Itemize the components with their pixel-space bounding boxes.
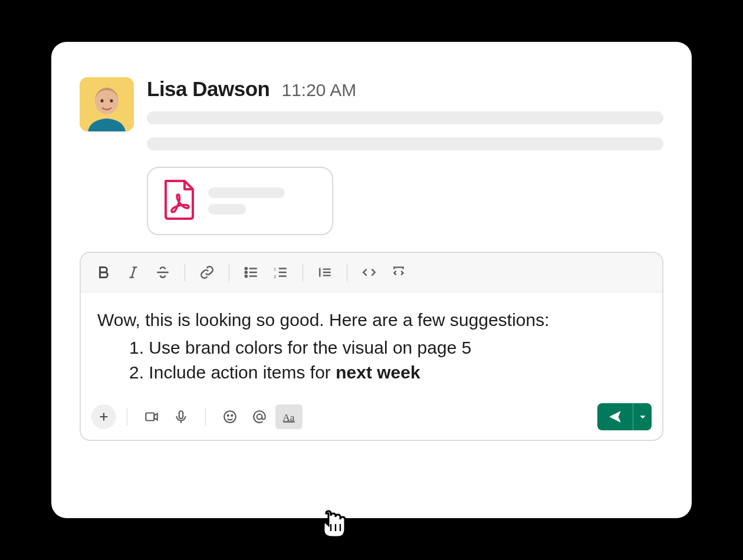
svg-text:2: 2: [274, 274, 276, 279]
svg-rect-25: [146, 413, 154, 420]
svg-text:Aa: Aa: [282, 411, 295, 423]
message-composer: 12 Wow, this is looking so good. Here ar…: [80, 252, 663, 441]
message-card: Lisa Dawson 11:20 AM: [51, 42, 692, 518]
svg-line-6: [131, 267, 134, 277]
sender-name[interactable]: Lisa Dawson: [147, 77, 269, 101]
svg-point-9: [245, 271, 247, 273]
composer-textarea[interactable]: Wow, this is looking so good. Here are a…: [81, 292, 662, 397]
send-options-button[interactable]: [633, 403, 652, 430]
toolbar-separator: [205, 408, 206, 426]
emoji-button[interactable]: [216, 404, 244, 429]
format-toggle-button[interactable]: Aa: [275, 404, 303, 429]
svg-point-32: [257, 414, 262, 419]
svg-text:1: 1: [274, 266, 276, 272]
toolbar-separator: [303, 263, 303, 281]
code-block-button[interactable]: [385, 260, 412, 285]
svg-marker-26: [154, 413, 157, 420]
formatting-toolbar: 12: [81, 253, 662, 292]
attachment-meta: [208, 187, 285, 215]
svg-point-2: [101, 99, 104, 103]
svg-point-10: [245, 275, 247, 277]
svg-rect-27: [179, 411, 183, 419]
send-button[interactable]: [597, 403, 633, 430]
composer-action-bar: Aa: [81, 397, 662, 440]
toolbar-separator: [185, 263, 185, 281]
message-timestamp[interactable]: 11:20 AM: [281, 80, 356, 100]
message-header: Lisa Dawson 11:20 AM: [147, 77, 663, 101]
composer-line: Wow, this is looking so good. Here are a…: [97, 308, 646, 333]
ordered-list-button[interactable]: 12: [267, 260, 294, 285]
attach-button[interactable]: [91, 404, 116, 429]
toolbar-separator: [127, 408, 127, 426]
strikethrough-button[interactable]: [149, 260, 176, 285]
italic-button[interactable]: [120, 260, 147, 285]
svg-point-29: [224, 411, 236, 423]
message-row: Lisa Dawson 11:20 AM: [80, 77, 663, 235]
toolbar-separator: [347, 263, 347, 281]
composer-list-item: Include action items for next week: [126, 360, 646, 386]
toolbar-separator: [229, 263, 229, 281]
pdf-file-icon: [161, 179, 196, 223]
file-attachment[interactable]: [147, 167, 333, 235]
blockquote-button[interactable]: [311, 260, 338, 285]
message-text-placeholder: [147, 111, 663, 124]
bold-button[interactable]: [90, 260, 117, 285]
avatar[interactable]: [80, 77, 134, 131]
message-text-placeholder: [147, 137, 663, 150]
message-body: Lisa Dawson 11:20 AM: [147, 77, 663, 235]
audio-clip-button[interactable]: [167, 404, 195, 429]
send-button-group: [597, 403, 652, 430]
svg-point-3: [110, 99, 113, 103]
svg-point-31: [231, 415, 232, 416]
video-clip-button[interactable]: [138, 404, 165, 429]
link-button[interactable]: [193, 260, 221, 285]
svg-point-30: [228, 415, 229, 416]
bullet-list-button[interactable]: [238, 260, 265, 285]
composer-list-item: Use brand colors for the visual on page …: [126, 335, 646, 361]
code-button[interactable]: [356, 260, 383, 285]
mention-button[interactable]: [246, 404, 273, 429]
svg-point-8: [245, 268, 247, 269]
